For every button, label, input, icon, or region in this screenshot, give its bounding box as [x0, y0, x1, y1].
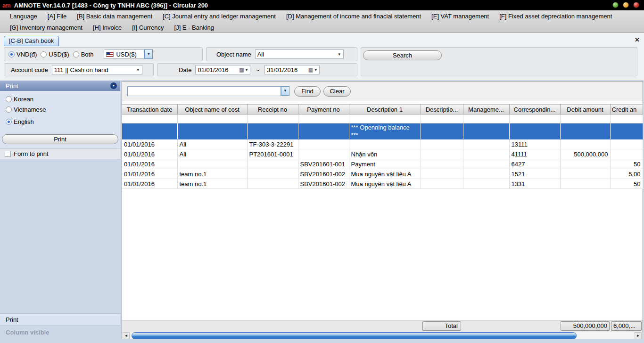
account-code-value: 111 || Cash on hand	[54, 66, 108, 74]
menu-item-currency[interactable]: [I] Currency	[127, 24, 169, 31]
radio-vietnamese[interactable]	[6, 106, 12, 113]
opening-balance-row[interactable]: *** Openning balance ***	[122, 123, 643, 139]
clear-button[interactable]: Clear	[323, 86, 351, 97]
form-to-print-checkbox[interactable]	[5, 151, 11, 157]
sidebar-item-print[interactable]: Print	[0, 313, 120, 325]
calendar-icon[interactable]: ▦	[308, 67, 313, 73]
calendar-icon[interactable]: ▦	[239, 67, 244, 73]
menu-item-income-statement[interactable]: [D] Management of income and finacial st…	[281, 13, 426, 20]
radio-korean-label: Korean	[14, 96, 33, 103]
form-to-print-row: Form to print	[0, 148, 120, 159]
object-name-label: Object name	[216, 51, 251, 58]
print-button[interactable]: Print	[2, 134, 118, 144]
account-code-label: Account code	[11, 66, 48, 74]
window-button-close[interactable]	[633, 2, 639, 8]
horizontal-scrollbar[interactable]: ◄ ►	[122, 332, 643, 339]
total-debit-amount: 500,000,000	[561, 321, 610, 331]
filter-zone: [C-B] Cash book ✕ VND(đ) USD($) Both USD…	[0, 33, 644, 80]
close-icon[interactable]: ✕	[635, 36, 640, 43]
menu-bar: Language [A] File [B] Basic data managem…	[0, 10, 644, 33]
scroll-right-icon[interactable]: ►	[635, 332, 642, 339]
date-separator: ~	[256, 66, 259, 74]
menu-item-vat[interactable]: [E] VAT management	[426, 13, 494, 20]
date-label: Date	[179, 66, 191, 74]
search-panel: Search	[361, 47, 637, 76]
total-credit-amount: 6,000,...	[611, 321, 642, 331]
radio-english[interactable]	[6, 119, 12, 125]
radio-vietnamese-label: Vietnamese	[14, 106, 46, 113]
collapse-panel-icon[interactable]: ▼	[110, 82, 117, 89]
object-name-value: All	[257, 51, 264, 58]
radio-usd-label: USD($)	[49, 51, 69, 58]
menu-item-language[interactable]: Language	[5, 13, 42, 20]
chevron-down-icon[interactable]: ▼	[314, 68, 317, 72]
opening-balance-label: *** Openning balance ***	[349, 123, 421, 139]
window-button-maximize[interactable]	[623, 2, 629, 8]
column-header-receipt-no[interactable]: Receipt no	[247, 105, 298, 114]
filter-row	[122, 114, 643, 123]
currency-filter-panel: VND(đ) USD($) Both USD($) ▼	[4, 47, 203, 61]
table-header-row: Transaction date Object name of cost Rec…	[122, 105, 643, 114]
currency-select-value: USD($)	[116, 51, 136, 58]
column-header-credit-amount[interactable]: Credit an	[610, 105, 643, 114]
tab-cash-book[interactable]: [C-B] Cash book	[4, 36, 59, 46]
table-row[interactable]: 01/01/2016All PT201601-0001 Nhận vốn 411…	[122, 149, 643, 159]
print-panel-header[interactable]: Print ▼	[0, 81, 120, 91]
radio-vnd[interactable]	[8, 51, 15, 57]
currency-select-dropdown-button[interactable]: ▼	[144, 49, 153, 59]
menu-item-basic-data[interactable]: [B] Basic data management	[72, 13, 157, 20]
date-to-field[interactable]: 31/01/2016 ▦ ▼	[264, 65, 320, 74]
column-header-debit-amount[interactable]: Debit amount	[560, 105, 610, 114]
total-bar: Total 500,000,000 6,000,...	[122, 320, 643, 332]
chevron-down-icon[interactable]: ▼	[245, 68, 248, 72]
column-header-description-1[interactable]: Description 1	[349, 105, 421, 114]
menu-item-inventory[interactable]: [G] Inventory management	[5, 24, 88, 31]
radio-english-label: English	[14, 118, 34, 125]
window-controls	[612, 2, 639, 8]
scroll-left-icon[interactable]: ◄	[123, 332, 130, 339]
column-header-payment-no[interactable]: Payment no	[298, 105, 349, 114]
menu-row-1: Language [A] File [B] Basic data managem…	[0, 10, 644, 22]
menu-item-invoice[interactable]: [H] Invoice	[88, 24, 127, 31]
radio-usd[interactable]	[41, 51, 47, 57]
radio-korean[interactable]	[6, 96, 12, 102]
title-bar: am AMNOTE Ver.14.0.7 [1483 - Công ty TNH…	[0, 0, 644, 10]
window-button-minimize[interactable]	[612, 2, 619, 8]
us-flag-icon	[106, 52, 114, 57]
cash-book-grid: ▼ Find Clear Transaction date Object nam…	[122, 81, 643, 339]
find-input[interactable]	[127, 86, 281, 96]
menu-item-ebanking[interactable]: [J] E - Banking	[169, 24, 220, 31]
object-name-panel: Object name All ▼	[206, 47, 357, 61]
object-name-select[interactable]: All ▼	[255, 49, 344, 59]
radio-both[interactable]	[73, 51, 79, 57]
chevron-down-icon: ▼	[134, 68, 140, 72]
table-row[interactable]: 01/01/2016team no.1 SBV201601-002 Mua ng…	[122, 169, 643, 179]
column-header-corresponding[interactable]: Correspondin...	[509, 105, 560, 114]
table-row[interactable]: 01/01/2016team no.1 SBV201601-002 Mua ng…	[122, 179, 643, 189]
column-header-management[interactable]: Manageme...	[463, 105, 509, 114]
find-button[interactable]: Find	[294, 86, 321, 97]
column-header-description-2[interactable]: Descriptio...	[421, 105, 463, 114]
find-input-dropdown-button[interactable]: ▼	[281, 86, 289, 96]
app-logo-icon: am	[2, 2, 10, 9]
menu-row-2: [G] Inventory management [H] Invoice [I]…	[0, 22, 644, 33]
date-to-value: 31/01/2016	[267, 66, 297, 74]
app-window: am AMNOTE Ver.14.0.7 [1483 - Công ty TNH…	[0, 0, 644, 343]
table-row[interactable]: 01/01/2016All TF-303-3-22291 13111	[122, 139, 643, 149]
column-header-transaction-date[interactable]: Transaction date	[122, 105, 177, 114]
menu-item-journal-entry[interactable]: [C] Journal entry and ledger management	[157, 13, 281, 20]
menu-item-file[interactable]: [A] File	[42, 13, 72, 20]
window-title: AMNOTE Ver.14.0.7 [1483 - Công ty TNHH A…	[14, 2, 208, 9]
table-row[interactable]: 01/01/2016 SBV201601-001 Payment 6427 50	[122, 159, 643, 169]
menu-item-fixed-asset[interactable]: [F] Fixed asset depreciation management	[494, 13, 617, 20]
form-to-print-label: Form to print	[14, 150, 49, 157]
radio-both-label: Both	[81, 51, 94, 58]
scrollbar-thumb[interactable]	[132, 332, 577, 339]
account-code-select[interactable]: 111 || Cash on hand ▼	[52, 65, 142, 74]
search-button[interactable]: Search	[363, 50, 442, 60]
column-header-object-name[interactable]: Object name of cost	[177, 105, 247, 114]
date-from-field[interactable]: 01/01/2016 ▦ ▼	[195, 65, 250, 74]
currency-select[interactable]: USD($)	[104, 49, 144, 59]
total-label: Total	[422, 321, 461, 331]
sidebar-item-column-visible[interactable]: Column visible	[0, 326, 120, 338]
